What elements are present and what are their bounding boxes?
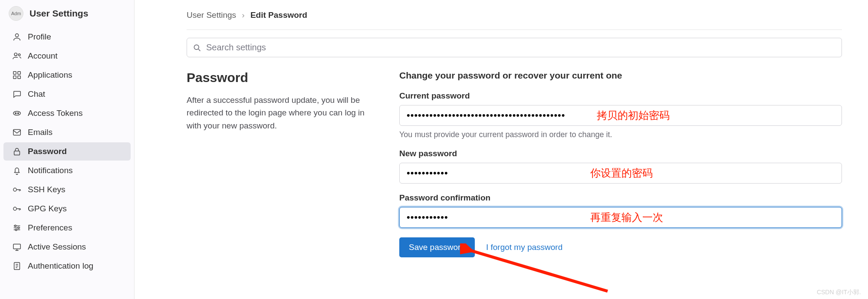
sidebar-item-label: Account [28,51,58,61]
form-group-current-password: Current password You must provide your c… [399,91,842,139]
sidebar-item-account[interactable]: Account [3,47,131,65]
authlog-icon [12,261,22,271]
sidebar-item-ssh-keys[interactable]: SSH Keys [3,181,131,199]
svg-point-19 [194,45,199,49]
sidebar-item-label: Preferences [28,223,72,233]
sidebar-item-notifications[interactable]: Notifications [3,161,131,180]
svg-rect-17 [13,244,21,249]
svg-point-13 [13,207,16,210]
svg-point-16 [15,229,17,231]
svg-point-8 [15,113,16,114]
sidebar: Adm User Settings Profile Account Applic… [0,0,135,299]
form-heading: Change your password or recover your cur… [399,70,842,81]
svg-point-14 [15,225,16,227]
svg-rect-10 [13,130,21,135]
tokens-icon [12,108,22,118]
sidebar-item-label: Notifications [28,166,73,175]
new-password-input[interactable] [399,163,842,184]
svg-rect-6 [18,76,20,79]
sidebar-item-chat[interactable]: Chat [3,85,131,103]
sidebar-item-profile[interactable]: Profile [3,28,131,46]
sidebar-title: User Settings [30,8,88,19]
svg-point-2 [18,54,20,56]
sshkeys-icon [12,185,22,194]
sidebar-item-label: Chat [28,89,45,99]
sidebar-item-label: Active Sessions [28,242,86,252]
chevron-right-icon: › [242,10,244,20]
confirm-password-input[interactable] [399,207,842,228]
breadcrumb-root[interactable]: User Settings [187,10,236,20]
sidebar-item-label: Emails [28,128,53,137]
svg-line-20 [469,250,608,291]
sidebar-item-label: Password [28,147,67,156]
sidebar-item-label: GPG Keys [28,204,67,214]
sidebar-item-label: Applications [28,70,72,80]
save-password-button[interactable]: Save password [399,237,475,257]
svg-point-15 [18,227,20,229]
sidebar-nav: Profile Account Applications Chat Access… [0,28,134,275]
svg-rect-3 [13,72,16,74]
main-content: User Settings › Edit Password Password A… [135,0,868,299]
password-form: Change your password or recover your cur… [399,70,842,257]
form-actions: Save password I forgot my password [399,237,842,257]
sidebar-item-applications[interactable]: Applications [3,66,131,84]
current-password-input[interactable] [399,105,842,126]
gpgkeys-icon [12,204,22,214]
svg-point-12 [13,188,16,191]
form-group-confirm-password: Password confirmation 再重复输入一次 [399,193,842,228]
sidebar-item-gpg-keys[interactable]: GPG Keys [3,200,131,218]
sidebar-item-password[interactable]: Password [3,142,131,161]
section-description: After a successful password update, you … [187,94,373,132]
preferences-icon [12,223,22,233]
notifications-icon [12,166,22,175]
sidebar-item-label: Access Tokens [28,108,82,118]
sessions-icon [12,242,22,252]
svg-rect-11 [14,151,20,155]
search-wrap [187,38,842,57]
account-icon [12,51,22,61]
sidebar-item-authentication-log[interactable]: Authentication log [3,257,131,275]
form-group-new-password: New password 你设置的密码 [399,149,842,184]
svg-point-1 [14,53,17,56]
svg-rect-4 [18,72,20,74]
svg-point-9 [17,113,19,114]
sidebar-item-label: Authentication log [28,261,93,271]
password-icon [12,147,22,156]
sidebar-item-label: SSH Keys [28,185,66,194]
svg-point-0 [15,34,18,37]
svg-rect-5 [13,76,16,79]
search-input[interactable] [187,38,842,57]
sidebar-item-label: Profile [28,32,51,42]
confirm-password-label: Password confirmation [399,193,842,203]
emails-icon [12,128,22,137]
section-info: Password After a successful password upd… [187,70,373,257]
sidebar-header: Adm User Settings [0,6,134,27]
search-icon [193,43,201,52]
sidebar-item-active-sessions[interactable]: Active Sessions [3,238,131,256]
watermark: CSDN @IT小郭. [817,289,861,296]
breadcrumb: User Settings › Edit Password [187,10,842,20]
chat-icon [12,89,22,99]
svg-point-7 [13,111,21,115]
divider [187,30,842,30]
current-password-label: Current password [399,91,842,101]
current-password-help: You must provide your current password i… [399,130,842,139]
applications-icon [12,70,22,80]
sidebar-item-emails[interactable]: Emails [3,123,131,141]
profile-icon [12,32,22,42]
breadcrumb-current: Edit Password [250,10,307,20]
sidebar-item-preferences[interactable]: Preferences [3,219,131,237]
new-password-label: New password [399,149,842,158]
sidebar-item-access-tokens[interactable]: Access Tokens [3,104,131,122]
forgot-password-link[interactable]: I forgot my password [486,243,562,252]
section-title: Password [187,70,373,85]
avatar[interactable]: Adm [9,6,23,21]
